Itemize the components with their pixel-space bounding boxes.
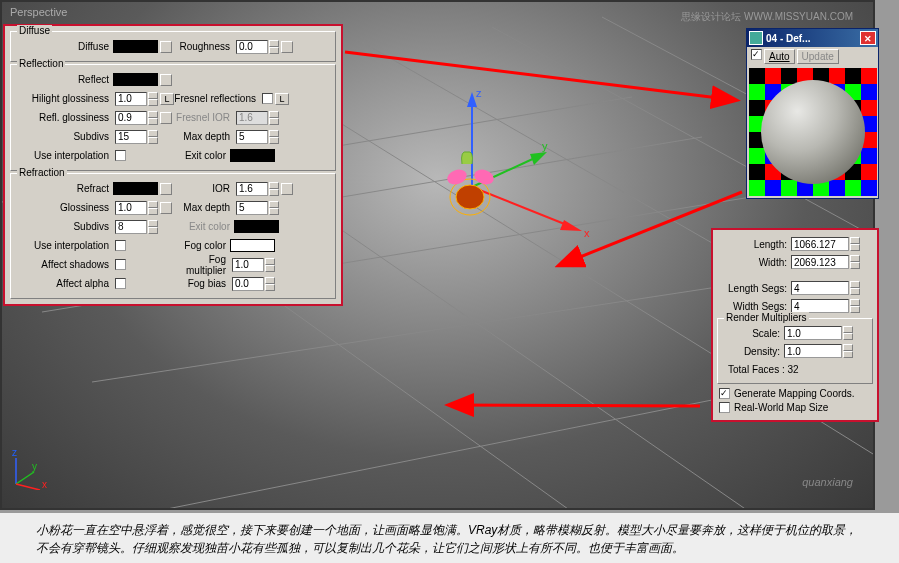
fog-bias-input[interactable] xyxy=(232,277,264,291)
density-label: Density: xyxy=(722,346,784,357)
length-input[interactable] xyxy=(791,237,849,251)
svg-text:x: x xyxy=(584,227,590,239)
hilight-label: Hilight glossiness xyxy=(15,93,113,104)
refr-useinterp-checkbox[interactable] xyxy=(115,240,126,251)
fresnel-ior-label: Fresnel IOR xyxy=(172,112,234,123)
refr-exitcolor-swatch[interactable] xyxy=(234,220,279,233)
refr-ior-label: IOR xyxy=(172,183,234,194)
refr-ior-map-button[interactable] xyxy=(281,183,293,195)
fresnel-ior-input[interactable] xyxy=(236,111,268,125)
hilight-glossiness-input[interactable] xyxy=(115,92,147,106)
refr-maxdepth-label: Max depth xyxy=(172,202,234,213)
refr-ior-input[interactable] xyxy=(236,182,268,196)
affect-alpha-checkbox[interactable] xyxy=(115,278,126,289)
refl-exitcolor-swatch[interactable] xyxy=(230,149,275,162)
refl-glossiness-input[interactable] xyxy=(115,111,147,125)
group-title: Refraction xyxy=(17,167,67,178)
real-world-checkbox[interactable] xyxy=(719,402,730,413)
svg-text:y: y xyxy=(542,140,548,152)
refl-gloss-map-button[interactable] xyxy=(160,112,172,124)
plane-params-panel: Length: Width: Length Segs: Width Segs: … xyxy=(711,228,879,422)
scale-input[interactable] xyxy=(784,326,842,340)
fog-mult-input[interactable] xyxy=(232,258,264,272)
refr-subdivs-label: Subdivs xyxy=(15,221,113,232)
lock-button[interactable]: L xyxy=(160,93,174,105)
refr-gloss-map-button[interactable] xyxy=(160,202,172,214)
refl-maxdepth-label: Max depth xyxy=(172,131,234,142)
fog-mult-label: Fog multiplier xyxy=(168,254,230,276)
material-preview-slot[interactable] xyxy=(749,68,877,196)
refract-map-button[interactable] xyxy=(160,183,172,195)
fog-color-swatch[interactable] xyxy=(230,239,275,252)
app-icon xyxy=(749,31,763,45)
refr-glossiness-input[interactable] xyxy=(115,201,147,215)
density-input[interactable] xyxy=(784,344,842,358)
svg-point-21 xyxy=(456,185,484,209)
wsegs-label: Width Segs: xyxy=(717,301,791,312)
refract-swatch[interactable] xyxy=(113,182,158,195)
width-input[interactable] xyxy=(791,255,849,269)
roughness-label: Roughness xyxy=(172,41,234,52)
fresnel-l-button[interactable]: L xyxy=(275,93,289,105)
auto-checkbox[interactable] xyxy=(751,49,762,60)
svg-line-25 xyxy=(16,472,34,484)
affect-shadows-checkbox[interactable] xyxy=(115,259,126,270)
close-icon[interactable]: ✕ xyxy=(860,31,876,45)
refract-label: Refract xyxy=(15,183,113,194)
width-label: Width: xyxy=(717,257,791,268)
diffuse-label: Diffuse xyxy=(15,41,113,52)
refl-glossiness-label: Refl. glossiness xyxy=(15,112,113,123)
watermark-bottom: quanxiang xyxy=(802,476,853,488)
group-title: Diffuse xyxy=(17,25,52,36)
refl-useinterp-checkbox[interactable] xyxy=(115,150,126,161)
reflect-swatch[interactable] xyxy=(113,73,158,86)
spinner-up[interactable] xyxy=(269,40,279,47)
refr-maxdepth-input[interactable] xyxy=(236,201,268,215)
refl-maxdepth-input[interactable] xyxy=(236,130,268,144)
fresnel-label: Fresnel reflections xyxy=(174,93,260,104)
length-label: Length: xyxy=(717,239,791,250)
svg-text:z: z xyxy=(476,87,482,99)
group-title: Reflection xyxy=(17,58,65,69)
refraction-group: Refraction Refract IOR Glossiness Max de… xyxy=(10,173,336,299)
real-world-label: Real-World Map Size xyxy=(734,402,828,413)
diffuse-map-button[interactable] xyxy=(160,41,172,53)
scale-label: Scale: xyxy=(722,328,784,339)
affect-shadows-label: Affect shadows xyxy=(15,259,113,270)
gen-mapping-label: Generate Mapping Coords. xyxy=(734,388,855,399)
refl-exitcolor-label: Exit color xyxy=(168,150,230,161)
update-button[interactable]: Update xyxy=(797,49,839,64)
spinner-down[interactable] xyxy=(269,47,279,54)
gen-mapping-checkbox[interactable] xyxy=(719,388,730,399)
wsegs-input[interactable] xyxy=(791,299,849,313)
refr-useinterp-label: Use interpolation xyxy=(15,240,113,251)
reflection-group: Reflection Reflect Hilight glossiness L … xyxy=(10,64,336,171)
window-title: 04 - Def... xyxy=(766,33,810,44)
material-preview-window[interactable]: 04 - Def... ✕ Auto Update xyxy=(746,28,879,199)
caption-text: 小粉花一直在空中悬浮着，感觉很空，接下来要创建一个地面，让画面略显饱满。VRay… xyxy=(0,513,899,563)
fresnel-checkbox[interactable] xyxy=(262,93,273,104)
svg-line-26 xyxy=(16,484,40,490)
svg-marker-18 xyxy=(560,220,582,231)
refl-subdivs-label: Subdivs xyxy=(15,131,113,142)
auto-button[interactable]: Auto xyxy=(764,49,795,64)
reflect-map-button[interactable] xyxy=(160,74,172,86)
refl-subdivs-input[interactable] xyxy=(115,130,147,144)
refr-glossiness-label: Glossiness xyxy=(15,202,113,213)
titlebar[interactable]: 04 - Def... ✕ xyxy=(747,29,878,47)
roughness-map-button[interactable] xyxy=(281,41,293,53)
preview-sphere-icon xyxy=(761,80,865,184)
reflect-label: Reflect xyxy=(15,74,113,85)
refl-useinterp-label: Use interpolation xyxy=(15,150,113,161)
roughness-input[interactable] xyxy=(236,40,268,54)
svg-point-23 xyxy=(472,167,496,187)
lsegs-input[interactable] xyxy=(791,281,849,295)
diffuse-swatch[interactable] xyxy=(113,40,158,53)
lsegs-label: Length Segs: xyxy=(717,283,791,294)
fog-bias-label: Fog bias xyxy=(168,278,230,289)
svg-point-22 xyxy=(445,167,469,187)
total-faces-label: Total Faces : 32 xyxy=(722,364,799,375)
refr-subdivs-input[interactable] xyxy=(115,220,147,234)
refr-exitcolor-label: Exit color xyxy=(172,221,234,232)
material-panel: Diffuse Diffuse Roughness Reflection Ref… xyxy=(3,24,343,306)
